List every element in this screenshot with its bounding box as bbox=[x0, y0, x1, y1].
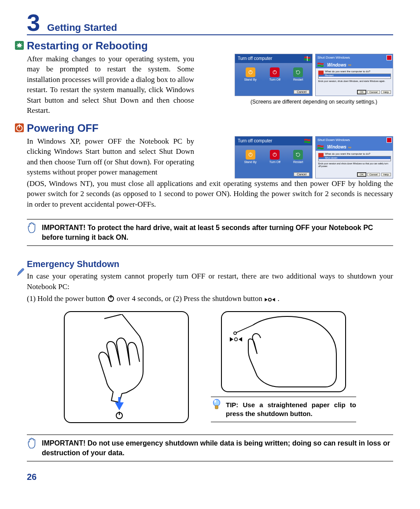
svg-point-22 bbox=[234, 332, 236, 334]
svg-rect-3 bbox=[250, 71, 251, 72]
diagram-paperclip bbox=[221, 311, 346, 392]
section-title-powering-off: Powering OFF bbox=[27, 122, 393, 134]
svg-rect-11 bbox=[250, 152, 251, 154]
restart-icon bbox=[15, 41, 24, 50]
section3-body: In case your operating system cannot pro… bbox=[27, 271, 393, 292]
figure-group-1: Turn off computer Stand By bbox=[235, 54, 393, 105]
figure-caption: (Screens are different depending on secu… bbox=[235, 99, 393, 105]
hand-stop-icon bbox=[27, 222, 38, 234]
restart-button: Restart bbox=[293, 67, 303, 81]
diagram-hold-power bbox=[64, 311, 189, 423]
section-restarting: Restarting or Rebooting Turn off compute… bbox=[27, 40, 393, 118]
winxp-question: What do you want the computer to do? bbox=[318, 70, 390, 73]
chapter-header: 3 Getting Started bbox=[27, 13, 393, 35]
svg-point-23 bbox=[235, 338, 238, 341]
close-icon bbox=[387, 137, 392, 143]
ok-button: OK bbox=[357, 90, 366, 94]
chapter-title: Getting Started bbox=[47, 22, 117, 33]
power-button-icon bbox=[107, 294, 115, 302]
svg-rect-14 bbox=[318, 153, 324, 157]
svg-rect-13 bbox=[275, 152, 275, 154]
figure-turnoff-1: Turn off computer Stand By bbox=[235, 54, 313, 96]
section-title-restarting: Restarting or Rebooting bbox=[27, 40, 393, 52]
power-icon bbox=[15, 123, 24, 133]
page-number: 26 bbox=[27, 472, 393, 482]
svg-line-21 bbox=[236, 325, 253, 333]
svg-rect-5 bbox=[275, 71, 275, 72]
svg-point-25 bbox=[214, 400, 216, 403]
figure-turnoff-2: Turn off computer Stand By Turn Off Rest… bbox=[235, 136, 313, 178]
winxp-select: Restart bbox=[318, 74, 391, 79]
winxp-hint: Ends your session, shuts down Windows, a… bbox=[318, 80, 390, 82]
windows-flag-icon bbox=[304, 138, 310, 144]
close-icon bbox=[387, 55, 392, 60]
figure-winxp-2: Shut Down Windows Windowsxp What do you … bbox=[315, 136, 393, 178]
svg-rect-6 bbox=[318, 71, 324, 75]
hand-stop-icon bbox=[27, 438, 38, 449]
figure-winxp-1: Shut Down Windows Windowsxp What do you … bbox=[315, 54, 393, 96]
section2-body2: (DOS, Windows NT), you must close all ap… bbox=[27, 178, 393, 209]
pen-icon bbox=[16, 268, 25, 277]
section-emergency: Emergency Shutdown In case your operatin… bbox=[27, 259, 393, 427]
turnoff-title: Turn off computer bbox=[238, 54, 272, 63]
svg-rect-16 bbox=[111, 295, 111, 299]
chapter-number: 3 bbox=[27, 13, 40, 32]
svg-point-24 bbox=[213, 399, 220, 406]
shutdown-button-icon bbox=[264, 297, 276, 302]
important1-text: IMPORTANT! To protect the hard drive, wa… bbox=[42, 224, 373, 241]
important-callout-1: IMPORTANT! To protect the hard drive, wa… bbox=[27, 219, 393, 246]
section3-steps: (1) Hold the power button over 4 seconds… bbox=[27, 294, 393, 304]
cancel-button: Cancel bbox=[367, 90, 380, 94]
standby-button: Stand By bbox=[244, 67, 256, 81]
section-title-emergency: Emergency Shutdown bbox=[27, 259, 393, 269]
svg-rect-9 bbox=[19, 124, 20, 127]
svg-rect-20 bbox=[119, 412, 120, 415]
tip-text: TIP: Use a straightened paper clip to pr… bbox=[226, 401, 356, 417]
windows-flag-icon bbox=[304, 56, 310, 61]
section1-body: After making changes to your operating s… bbox=[27, 54, 194, 116]
important-callout-2: IMPORTANT! Do not use emergency shutdown… bbox=[27, 435, 393, 461]
shutdown-flag-icon bbox=[318, 70, 324, 75]
section2-body1: In Windows XP, power OFF the Notebook PC… bbox=[27, 136, 194, 178]
tip-callout: TIP: Use a straightened paper clip to pr… bbox=[211, 397, 356, 423]
tip-icon bbox=[211, 399, 222, 410]
help-button: Help bbox=[381, 90, 391, 94]
svg-rect-26 bbox=[215, 405, 218, 409]
winxp-title: Shut Down Windows bbox=[317, 54, 350, 61]
figure-group-2: Turn off computer Stand By Turn Off Rest… bbox=[235, 136, 393, 178]
svg-point-17 bbox=[269, 298, 272, 301]
cancel-button: Cancel bbox=[294, 90, 309, 94]
turnoff-button: Turn Off bbox=[269, 67, 280, 81]
important2-text: IMPORTANT! Do not use emergency shutdown… bbox=[42, 439, 390, 457]
windows-flag-icon bbox=[317, 62, 324, 67]
section-powering-off: Powering OFF Turn off computer Stand By … bbox=[27, 122, 393, 211]
svg-rect-1 bbox=[307, 56, 307, 61]
